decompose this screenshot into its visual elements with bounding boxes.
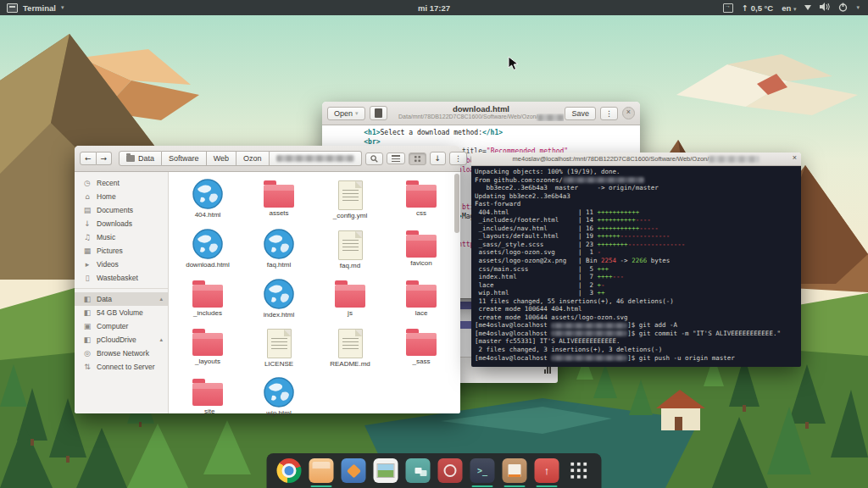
redacted-breadcrumb (276, 155, 354, 162)
file-item[interactable]: _includes (172, 279, 243, 319)
file-item[interactable]: assets (243, 179, 314, 220)
dock-item-chrome[interactable] (277, 458, 302, 483)
terminal-header-bar[interactable]: me4oslav@localhost:/mnt/78DB122D7C8C1600… (471, 152, 801, 166)
file-label: _sass (413, 358, 431, 366)
running-indicator (472, 485, 493, 487)
folder-icon (264, 185, 294, 208)
sidebar-item-data[interactable]: ◧Data▴ (75, 292, 168, 306)
text-line: [me4oslav@localhost ]$ git push -u origi… (475, 354, 798, 363)
temperature-indicator[interactable]: ↑ 0,5 °C (742, 3, 773, 13)
breadcrumb-item[interactable]: Software (162, 151, 207, 166)
file-grid-area[interactable]: 404.htmlassets_config.ymlcssdownload.htm… (169, 172, 460, 413)
dock-item-photos[interactable] (374, 458, 398, 483)
file-item[interactable]: LICENSE (243, 327, 314, 369)
file-item[interactable]: index.html (243, 279, 314, 319)
dock-item-files[interactable] (309, 458, 334, 483)
file-item[interactable]: _sass (386, 327, 457, 369)
app-grid-icon (567, 458, 592, 483)
network-icon[interactable] (804, 5, 811, 10)
forward-button[interactable]: → (97, 152, 113, 165)
text-line: [me4oslav@localhost ]$ git commit -m "IT… (475, 330, 798, 338)
file-item[interactable]: _layouts (172, 327, 243, 369)
new-document-button[interactable] (370, 106, 387, 120)
text-line: create mode 100644 assets/logo-ozon.svg (475, 313, 798, 322)
save-button-label: Save (571, 109, 589, 118)
file-item[interactable]: _site (172, 377, 243, 418)
sidebar-item-recent[interactable]: ◷Recent (75, 176, 168, 190)
keyboard-layout-indicator[interactable]: en ▾ (782, 3, 796, 13)
file-item[interactable]: faq.html (243, 229, 314, 270)
folder-icon (335, 285, 365, 308)
sidebar-item-music[interactable]: ♫Music (75, 230, 168, 244)
file-item[interactable]: js (314, 279, 386, 319)
breadcrumb-label: Data (138, 154, 154, 163)
dock-item-terminal[interactable]: >_ (470, 458, 495, 483)
grid-view-button[interactable] (409, 152, 426, 165)
breadcrumb-item[interactable]: Ozon (236, 151, 270, 166)
sidebar-item-connect-to-server[interactable]: ⇅Connect to Server (75, 360, 168, 374)
list-view-button[interactable] (387, 152, 405, 164)
back-button[interactable]: ← (80, 152, 97, 165)
html-globe-icon (192, 179, 223, 209)
sidebar-item-home[interactable]: ⌂Home (75, 190, 168, 203)
eject-icon[interactable]: ▴ (159, 296, 163, 302)
menu-button[interactable]: ⋮ (449, 152, 467, 165)
breadcrumb-item[interactable] (270, 151, 362, 166)
file-item[interactable]: favicon (386, 229, 457, 270)
app-menu[interactable]: Terminal ▾ (0, 3, 64, 13)
sidebar-item-downloads[interactable]: ↓Downloads (75, 217, 168, 230)
file-label: download.html (186, 262, 230, 269)
file-manager-header-bar[interactable]: ← → DataSoftwareWebOzon ↓ ⋮ × (75, 146, 460, 172)
dock-item-messenger[interactable] (406, 458, 431, 483)
scrollbar[interactable] (454, 174, 459, 233)
sidebar-item-browse-network[interactable]: ◎Browse Network (75, 347, 168, 360)
text-line: From github.com:ozones/ (475, 176, 798, 185)
file-item[interactable]: wip.html (243, 377, 314, 418)
dock-item-software[interactable] (342, 458, 366, 483)
sidebar-item-pclouddrive[interactable]: ◧pCloudDrive▴ (75, 333, 168, 347)
redacted-text (551, 330, 627, 336)
sidebar: ◷Recent⌂Home▤Documents↓Downloads♫Music▦P… (75, 172, 169, 413)
file-label: assets (269, 210, 288, 218)
terminal-output[interactable]: Unpacking objects: 100% (19/19), done.Fr… (471, 166, 801, 367)
close-button[interactable]: × (622, 107, 635, 119)
text-line: [master fc55331] IT'S ALIVEEEEEEEEEEE. (475, 337, 798, 346)
eject-icon[interactable]: ▴ (159, 336, 163, 343)
breadcrumb-item[interactable]: Web (207, 151, 236, 166)
open-button[interactable]: Open ▾ (327, 107, 365, 120)
close-button[interactable]: × (793, 153, 797, 162)
breadcrumb-item[interactable]: Data (119, 151, 162, 166)
sidebar-item-pictures[interactable]: ▦Pictures (75, 244, 168, 258)
file-item[interactable]: 404.html (172, 179, 243, 220)
save-button[interactable]: Save (565, 107, 596, 120)
sidebar-item-documents[interactable]: ▤Documents (75, 203, 168, 217)
file-item[interactable]: css (386, 179, 457, 220)
volume-icon[interactable] (820, 3, 830, 13)
sidebar-item-54-gb-volume[interactable]: ◧54 GB Volume (75, 306, 168, 319)
file-item[interactable]: _config.yml (314, 179, 386, 220)
dock-item-media[interactable] (438, 458, 463, 483)
redacted-text (551, 355, 627, 361)
file-item[interactable]: faq.md (314, 229, 386, 270)
folder-icon (192, 383, 223, 406)
dock-item-transmission[interactable]: ↑ (535, 458, 559, 483)
dock-item-app-grid[interactable] (567, 458, 592, 483)
text-line: Unpacking objects: 100% (19/19), done. (475, 168, 798, 176)
download-action-button[interactable]: ↓ (430, 152, 447, 165)
search-button[interactable] (365, 152, 383, 165)
new-document-icon (375, 108, 382, 118)
text-line: _includes/footer.html | 14 ++++++++++---… (475, 216, 798, 225)
menu-button[interactable]: ⋮ (600, 107, 618, 120)
dock-item-editor[interactable] (503, 458, 527, 483)
sidebar-item-videos[interactable]: ▸Videos (75, 258, 168, 271)
editor-header-bar[interactable]: Open ▾ download.html Data/mnt/78DB122D7C… (322, 102, 640, 125)
file-item[interactable]: lace (386, 279, 457, 319)
file-item[interactable]: download.html (172, 229, 243, 270)
sidebar-item-wastebasket[interactable]: ▯Wastebasket (75, 271, 168, 285)
tray-icon[interactable] (723, 3, 733, 13)
file-item[interactable]: README.md (314, 327, 386, 369)
file-manager-window: ← → DataSoftwareWebOzon ↓ ⋮ × ◷Recent⌂Ho… (75, 146, 460, 413)
sidebar-item-computer[interactable]: ▣Computer (75, 319, 168, 333)
document-icon (338, 180, 363, 210)
power-icon[interactable] (838, 3, 848, 14)
